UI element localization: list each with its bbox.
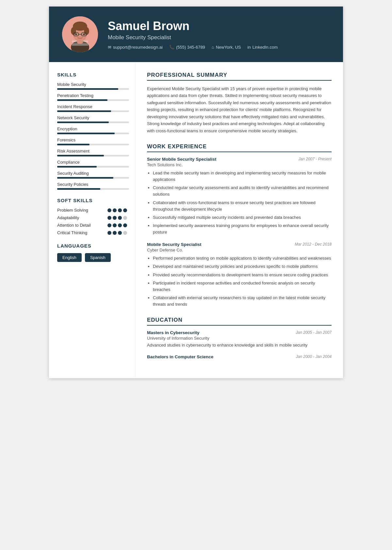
language-tag: Spanish (85, 253, 111, 262)
job-bullets: Lead the mobile security team in develop… (147, 170, 332, 235)
summary-text: Experienced Mobile Security Specialist w… (147, 85, 332, 134)
skill-name: Security Auditing (57, 171, 127, 176)
dot (113, 208, 117, 212)
dot (123, 208, 127, 212)
sidebar: SKILLS Mobile Security Penetration Testi… (49, 62, 136, 378)
phone-contact: 📞 (555) 345-6789 (169, 45, 205, 50)
dot (123, 231, 127, 235)
edu-school: University of Information Security (147, 336, 332, 341)
skill-bar (57, 166, 129, 168)
edu-date: Jan 2005 - Jan 2007 (296, 330, 332, 335)
edu-item: Masters in Cybersecurity Jan 2005 - Jan … (147, 330, 332, 348)
skill-name: Risk Assessment (57, 149, 127, 154)
experience-title: WORK EXPERIENCE (147, 143, 332, 152)
body: SKILLS Mobile Security Penetration Testi… (49, 62, 343, 378)
skill-bar (57, 144, 129, 145)
job-bullet: Developed and maintained security polici… (153, 263, 332, 270)
dot (123, 216, 127, 220)
skills-section-title: SKILLS (57, 72, 127, 77)
skill-name: Forensics (57, 138, 127, 142)
job-header: Senior Mobile Security Specialist Jan 20… (147, 157, 332, 162)
dot (107, 223, 111, 227)
job-item: Senior Mobile Security Specialist Jan 20… (147, 157, 332, 235)
skill-name: Incident Response (57, 104, 127, 109)
location-icon: ⌂ (212, 45, 214, 50)
job-bullet: Participated in incident response activi… (153, 280, 332, 293)
soft-skill-item: Attention to Detail (57, 223, 127, 228)
skill-bar-fill (57, 121, 109, 123)
skill-name: Penetration Testing (57, 93, 127, 98)
dot (118, 231, 122, 235)
edu-desc: Advanced studies in cybersecurity to enh… (147, 342, 332, 348)
skill-bar (57, 99, 129, 101)
skill-bar (57, 188, 129, 190)
skill-name: Compliance (57, 160, 127, 165)
job-date: Mar 2012 - Dec 2018 (295, 242, 332, 247)
skill-name: Encryption (57, 126, 127, 131)
dots (107, 208, 127, 212)
soft-skill-name: Problem Solving (57, 208, 88, 213)
job-bullets: Performed penetration testing on mobile … (147, 255, 332, 308)
job-company: Tech Solutions Inc. (147, 162, 332, 167)
linkedin-icon: in (248, 45, 251, 50)
jobs-list: Senior Mobile Security Specialist Jan 20… (147, 157, 332, 308)
dot (107, 216, 111, 220)
location-contact: ⌂ NewYork, US (212, 45, 241, 50)
resume: Samuel Brown Mobile Security Specialist … (49, 7, 343, 378)
education-section: EDUCATION Masters in Cybersecurity Jan 2… (147, 317, 332, 359)
soft-skill-item: Problem Solving (57, 208, 127, 213)
skill-item: Mobile Security (57, 82, 127, 90)
header: Samuel Brown Mobile Security Specialist … (49, 7, 343, 62)
header-contacts: ✉ support@resumedesign.ai 📞 (555) 345-67… (108, 45, 330, 50)
svg-point-12 (75, 34, 77, 35)
skill-bar-fill (57, 110, 111, 112)
skill-bar (57, 133, 129, 134)
soft-skill-name: Attention to Detail (57, 223, 91, 228)
svg-point-7 (71, 27, 76, 35)
phone-icon: 📞 (169, 45, 174, 50)
education-list: Masters in Cybersecurity Jan 2005 - Jan … (147, 330, 332, 359)
skill-name: Network Security (57, 115, 127, 120)
skill-item: Risk Assessment (57, 149, 127, 156)
skill-bar (57, 177, 129, 179)
skill-name: Mobile Security (57, 82, 127, 87)
edu-degree: Bachelors in Computer Science (147, 354, 213, 359)
skill-bar (57, 155, 129, 156)
experience-section: WORK EXPERIENCE Senior Mobile Security S… (147, 143, 332, 308)
job-bullet: Implemented security awareness training … (153, 222, 332, 235)
dot (113, 216, 117, 220)
job-bullet: Lead the mobile security team in develop… (153, 170, 332, 183)
skill-bar-fill (57, 188, 100, 190)
dot (107, 231, 111, 235)
dot (118, 216, 122, 220)
dot (118, 223, 122, 227)
edu-date: Jan 2000 - Jan 2004 (296, 354, 332, 359)
skill-item: Penetration Testing (57, 93, 127, 101)
job-date: Jan 2007 - Present (299, 157, 332, 161)
job-bullet: Collaborated with cross-functional teams… (153, 200, 332, 213)
skill-bar (57, 88, 129, 90)
header-name: Samuel Brown (108, 19, 330, 33)
edu-degree: Masters in Cybersecurity (147, 330, 200, 335)
skill-bar-fill (57, 88, 118, 90)
job-bullet: Collaborated with external security rese… (153, 295, 332, 308)
languages-list: EnglishSpanish (57, 253, 127, 262)
header-info: Samuel Brown Mobile Security Specialist … (108, 19, 330, 50)
skill-bar (57, 121, 129, 123)
email-contact: ✉ support@resumedesign.ai (108, 45, 163, 50)
skill-bar-fill (57, 99, 107, 101)
job-bullet: Conducted regular security assessments a… (153, 185, 332, 198)
summary-title: PROFESSIONAL SUMMARY (147, 72, 332, 81)
soft-skill-item: Critical Thinking (57, 230, 127, 235)
dot (118, 208, 122, 212)
avatar (62, 16, 98, 52)
header-title: Mobile Security Specialist (108, 34, 330, 41)
job-title: Mobile Security Specialist (147, 242, 202, 247)
skill-bar-fill (57, 177, 113, 179)
education-title: EDUCATION (147, 317, 332, 326)
edu-header: Bachelors in Computer Science Jan 2000 -… (147, 354, 332, 359)
soft-skills-section-title: SOFT SKILLS (57, 198, 127, 203)
skill-item: Compliance (57, 160, 127, 168)
skill-item: Encryption (57, 126, 127, 134)
dots (107, 216, 127, 220)
